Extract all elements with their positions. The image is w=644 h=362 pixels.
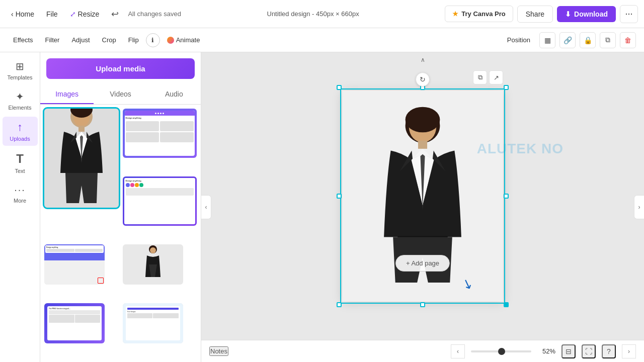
share-label: Share (526, 10, 544, 18)
handle-top-left[interactable] (337, 85, 342, 90)
canvas-scroll[interactable]: ∧ (201, 52, 644, 340)
media-item-design-1[interactable]: Design anything (123, 109, 197, 158)
sidebar-item-uploads[interactable]: ↑ Uploads (3, 117, 38, 146)
svg-rect-3 (78, 126, 85, 132)
sidebar-item-more[interactable]: ··· More (3, 180, 38, 208)
handle-bottom-center[interactable] (420, 302, 425, 307)
saved-status: All changes saved (128, 10, 181, 18)
tab-audio[interactable]: Audio (147, 85, 201, 104)
media-grid: Design anything Design anything (40, 105, 201, 362)
sidebar-item-elements[interactable]: ✦ Elements (3, 86, 38, 115)
resize-button[interactable]: ⤢ Resize (65, 7, 105, 21)
rotate-handle[interactable]: ↻ (416, 72, 430, 86)
home-label: Home (16, 10, 34, 18)
effects-button[interactable]: Effects (8, 33, 38, 47)
tab-images[interactable]: Images (40, 85, 94, 104)
zoom-slider-track[interactable] (471, 350, 531, 352)
sidebar-text-label: Text (15, 168, 25, 174)
download-button[interactable]: ⬇ Download (557, 6, 616, 22)
media-item-design-2[interactable]: Design anything (123, 176, 197, 226)
canvas-prev-button[interactable]: ‹ (451, 344, 465, 358)
resize-icon: ⤢ (70, 10, 76, 18)
svg-point-6 (150, 247, 156, 253)
crop-button[interactable]: Crop (97, 33, 121, 47)
crop-label: Crop (102, 36, 116, 44)
canvas-action-buttons: ⧉ ↗ (473, 70, 503, 84)
handle-middle-left[interactable] (337, 194, 342, 199)
media-item-person[interactable] (44, 109, 119, 208)
top-navigation: ‹ Home File ⤢ Resize ↩ All changes saved… (0, 0, 644, 28)
watermark-text: ALUTEK NO (477, 141, 564, 157)
ellipsis-icon: ··· (625, 9, 632, 19)
star-icon: ★ (452, 10, 458, 18)
animate-circle-icon (167, 37, 174, 44)
file-button[interactable]: File (41, 7, 63, 21)
person-svg (51, 109, 112, 208)
more-options-button[interactable]: ··· (620, 5, 638, 23)
flip-label: Flip (128, 36, 139, 44)
collapse-left-panel[interactable]: ‹ (201, 195, 211, 219)
media-item-design-5[interactable]: Your designs (123, 303, 183, 343)
nav-center: Untitled design - 450px × 660px (185, 10, 441, 18)
info-button[interactable]: ℹ (146, 33, 160, 47)
sidebar-elements-label: Elements (9, 105, 32, 111)
text-icon: T (16, 152, 24, 166)
share-canvas-button[interactable]: ↗ (489, 70, 503, 84)
media-item-design-3[interactable]: Design anything (44, 244, 105, 285)
chevron-left-icon: ‹ (11, 10, 14, 18)
undo-button[interactable]: ↩ (106, 6, 124, 23)
effects-label: Effects (13, 36, 33, 44)
sidebar-templates-label: Templates (7, 74, 32, 80)
handle-top-right[interactable] (504, 85, 509, 90)
adjust-button[interactable]: Adjust (66, 33, 95, 47)
elements-icon: ✦ (16, 90, 24, 103)
try-pro-label: Try Canva Pro (461, 10, 505, 18)
bottom-bar: Notes ‹ 52% ⊟ ⛶ ? › (201, 340, 644, 362)
try-pro-button[interactable]: ★ Try Canva Pro (445, 6, 513, 22)
animate-button[interactable]: Animate (162, 33, 205, 47)
fullscreen-button[interactable]: ⛶ (582, 344, 596, 358)
sidebar-item-text[interactable]: T Text (3, 148, 38, 178)
duplicate-canvas-button[interactable]: ⧉ (473, 70, 487, 84)
person-small-svg (143, 244, 163, 285)
filter-button[interactable]: Filter (40, 33, 65, 47)
design-thumbnail-1: Design anything (123, 109, 197, 158)
help-button[interactable]: ? (602, 344, 616, 358)
lock-icon-button[interactable]: 🔒 (580, 32, 596, 48)
upload-media-button[interactable]: Upload media (46, 58, 195, 79)
media-item-person-2[interactable] (123, 244, 183, 285)
edit-toolbar: Effects Filter Adjust Crop Flip ℹ Animat… (0, 28, 644, 52)
link-icon-button[interactable]: 🔗 (559, 32, 576, 48)
file-label: File (46, 10, 58, 18)
share-button[interactable]: Share (517, 6, 553, 23)
nav-right: ★ Try Canva Pro Share ⬇ Download ··· (445, 5, 638, 23)
position-label: Position (507, 36, 530, 44)
handle-bottom-left[interactable] (337, 302, 342, 307)
position-button[interactable]: Position (502, 33, 535, 47)
nav-left: ‹ Home File ⤢ Resize ↩ All changes saved (6, 6, 181, 23)
page-layout-button[interactable]: ⊟ (561, 344, 576, 358)
resize-label: Resize (78, 10, 100, 18)
media-item-design-4[interactable]: The PRNG function stopped... (44, 303, 105, 343)
animate-label: Animate (176, 36, 200, 44)
sidebar-item-templates[interactable]: ⊞ Templates (3, 56, 38, 84)
tab-videos[interactable]: Videos (94, 85, 147, 104)
home-button[interactable]: ‹ Home (6, 7, 39, 21)
add-page-button[interactable]: + Add page (395, 255, 450, 272)
delete-icon-button[interactable]: 🗑 (620, 32, 636, 48)
canvas-next-button[interactable]: › (622, 344, 636, 358)
grid-icon-button[interactable]: ▦ (539, 32, 555, 48)
handle-middle-right[interactable] (504, 194, 509, 199)
copy-icon-button[interactable]: ⧉ (600, 32, 616, 48)
toolbar-right: Position ▦ 🔗 🔒 ⧉ 🗑 (502, 32, 636, 48)
download-icon: ⬇ (565, 10, 571, 18)
media-panel: Upload media Images Videos Audio (40, 52, 201, 362)
handle-bottom-right[interactable] (504, 302, 509, 307)
zoom-slider-thumb[interactable] (498, 348, 505, 355)
svg-rect-11 (418, 141, 427, 149)
page-nav-up[interactable]: ∧ (421, 56, 425, 63)
flip-button[interactable]: Flip (123, 33, 144, 47)
notes-button[interactable]: Notes (209, 346, 228, 356)
collapse-right-panel[interactable]: › (634, 195, 644, 219)
canvas-wrapper: ALUTEK NO ↻ (342, 90, 503, 302)
